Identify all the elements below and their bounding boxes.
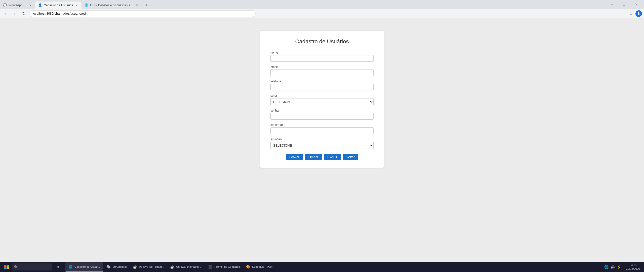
maximize-icon: □ — [623, 3, 625, 6]
browser-chrome: 💬 WhatsApp ✕ 👤 Cadastro de Usuários ✕ 🌐 … — [0, 0, 644, 18]
tab-favicon-cadastro: 👤 — [38, 3, 42, 7]
form-group-telefone: telefone — [270, 80, 374, 90]
taskbar-app-cadastro[interactable]: 🌐 Cadastro de Usuári... — [65, 262, 103, 271]
taskbar-app-ws-java-cham[interactable]: ☕ ws-java-chamados ... — [167, 262, 205, 271]
form-card: Cadastro de Usuários nome email telefone… — [260, 31, 384, 168]
tab-favicon-gui: 🌐 — [85, 3, 89, 7]
bookmark-icon[interactable]: ☆ — [627, 10, 634, 17]
app-label-paint: Sem título - Paint — [252, 265, 273, 268]
app-label-cmd: Prompt de Comando — [214, 265, 240, 268]
refresh-button[interactable]: ↻ — [20, 10, 27, 17]
app-icon-pgadmin: 🐘 — [106, 264, 111, 269]
label-confirmar: confirmar — [270, 123, 374, 127]
taskbar-apps: 🌐 Cadastro de Usuári... 🐘 pgAdmin III ☕ … — [65, 262, 276, 271]
label-setor: setor — [270, 94, 374, 97]
tab-close-gui[interactable]: ✕ — [135, 3, 139, 7]
svg-rect-3 — [7, 267, 9, 269]
tray-volume-icon[interactable]: 🔊 — [611, 265, 615, 269]
windows-logo-icon — [4, 264, 9, 269]
profile-avatar[interactable]: B — [635, 10, 642, 17]
start-button[interactable] — [2, 262, 11, 271]
svg-rect-0 — [4, 265, 7, 267]
tab-title-whatsapp: WhatsApp — [9, 4, 27, 7]
tray-time-text: 03:15 — [626, 263, 640, 267]
tab-whatsapp[interactable]: 💬 WhatsApp ✕ — [0, 2, 35, 9]
svg-rect-1 — [7, 265, 9, 267]
url-text: localhost:8080/chamados/usuario/edit — [32, 12, 87, 15]
app-label-cadastro: Cadastro de Usuári... — [74, 265, 101, 268]
address-right-controls: ☆ B — [627, 10, 642, 17]
form-group-confirmar: confirmar — [270, 123, 374, 134]
task-view-button[interactable]: ⧉ — [53, 262, 62, 271]
url-bar[interactable]: localhost:8080/chamados/usuario/edit — [29, 10, 256, 17]
taskbar-app-cmd[interactable]: ⬛ Prompt de Comando — [205, 262, 243, 271]
input-nome[interactable] — [270, 55, 374, 62]
label-situacao: situacao — [270, 138, 374, 141]
taskbar-search-input[interactable] — [19, 265, 50, 269]
search-icon: 🔍 — [14, 265, 18, 269]
window-controls: ─ □ ✕ — [606, 1, 644, 8]
app-icon-ws-java-jsp: ☕ — [132, 264, 137, 269]
voltar-button[interactable]: Voltar — [343, 154, 358, 160]
app-label-ws-java-jsp: ws-java-jsp - cham... — [139, 265, 164, 268]
select-situacao[interactable]: SELECIONE — [270, 142, 374, 149]
address-bar: ‹ › ↻ localhost:8080/chamados/usuario/ed… — [0, 9, 644, 18]
tab-gui[interactable]: 🌐 GUI - Debates e discussões sob... ✕ — [82, 2, 142, 9]
tray-date-text: 30/12/2020 — [626, 267, 640, 271]
input-email[interactable] — [270, 70, 374, 76]
tray-network-icon[interactable]: 🌐 — [604, 265, 609, 269]
label-senha: senha — [270, 109, 374, 112]
tray-icons: 🌐 🔊 ⚡ — [604, 265, 623, 269]
taskbar: 🔍 ⧉ 🌐 Cadastro de Usuári... 🐘 pgAdmin II… — [0, 262, 644, 272]
tray-battery-icon[interactable]: ⚡ — [617, 265, 621, 269]
form-group-email: email — [270, 65, 374, 76]
taskbar-app-paint[interactable]: 🎨 Sem título - Paint — [243, 262, 276, 271]
label-telefone: telefone — [270, 80, 374, 83]
tray-clock[interactable]: 03:15 30/12/2020 — [624, 263, 642, 271]
maximize-button[interactable]: □ — [618, 1, 630, 8]
taskbar-search[interactable]: 🔍 — [12, 263, 52, 270]
excluir-button[interactable]: Excluir — [324, 154, 341, 160]
minimize-button[interactable]: ─ — [606, 1, 618, 8]
taskbar-app-ws-java-jsp[interactable]: ☕ ws-java-jsp - cham... — [130, 262, 167, 271]
minimize-icon: ─ — [611, 3, 613, 6]
form-title: Cadastro de Usuários — [270, 38, 374, 45]
tab-bar: 💬 WhatsApp ✕ 👤 Cadastro de Usuários ✕ 🌐 … — [0, 0, 644, 9]
select-setor[interactable]: SELECIONE — [270, 98, 374, 105]
gravar-button[interactable]: Gravar — [286, 154, 303, 160]
app-icon-cmd: ⬛ — [208, 264, 213, 269]
form-group-senha: senha — [270, 109, 374, 120]
form-group-situacao: situacao SELECIONE — [270, 138, 374, 149]
taskbar-tray: 🌐 🔊 ⚡ 03:15 30/12/2020 — [604, 263, 642, 271]
input-confirmar[interactable] — [270, 127, 374, 134]
back-button[interactable]: ‹ — [2, 10, 9, 17]
button-row: Gravar Limpar Excluir Voltar — [270, 154, 374, 160]
limpar-button[interactable]: Limpar — [305, 154, 322, 160]
close-button[interactable]: ✕ — [630, 1, 642, 8]
app-icon-paint: 🎨 — [246, 264, 251, 269]
input-senha[interactable] — [270, 113, 374, 120]
form-group-setor: setor SELECIONE — [270, 94, 374, 105]
tab-favicon-whatsapp: 💬 — [3, 3, 7, 7]
label-nome: nome — [270, 51, 374, 54]
tab-close-whatsapp[interactable]: ✕ — [28, 3, 32, 7]
app-label-ws-java-cham: ws-java-chamados ... — [176, 265, 202, 268]
tab-title-gui: GUI - Debates e discussões sob... — [90, 4, 133, 7]
tab-cadastro[interactable]: 👤 Cadastro de Usuários ✕ — [35, 2, 82, 9]
forward-button[interactable]: › — [11, 10, 18, 17]
tab-close-cadastro[interactable]: ✕ — [74, 3, 78, 7]
app-icon-cadastro: 🌐 — [68, 264, 73, 269]
app-icon-ws-java-cham: ☕ — [170, 264, 175, 269]
add-tab-button[interactable]: + — [143, 2, 150, 9]
taskbar-app-pgadmin[interactable]: 🐘 pgAdmin III — [104, 262, 129, 271]
close-icon: ✕ — [635, 3, 637, 6]
form-group-nome: nome — [270, 51, 374, 62]
svg-rect-2 — [4, 267, 7, 269]
content-area: Cadastro de Usuários nome email telefone… — [0, 18, 644, 262]
tab-title-cadastro: Cadastro de Usuários — [44, 4, 73, 7]
app-label-pgadmin: pgAdmin III — [113, 265, 127, 268]
label-email: email — [270, 65, 374, 69]
input-telefone[interactable] — [270, 84, 374, 90]
